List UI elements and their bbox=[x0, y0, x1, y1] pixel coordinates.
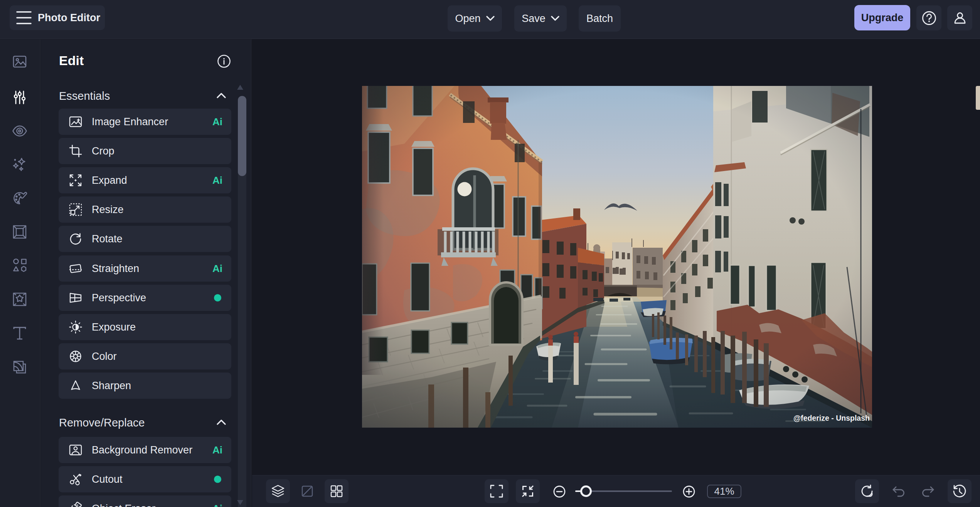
svg-text:@federize - Unsplash: @federize - Unsplash bbox=[793, 414, 870, 422]
